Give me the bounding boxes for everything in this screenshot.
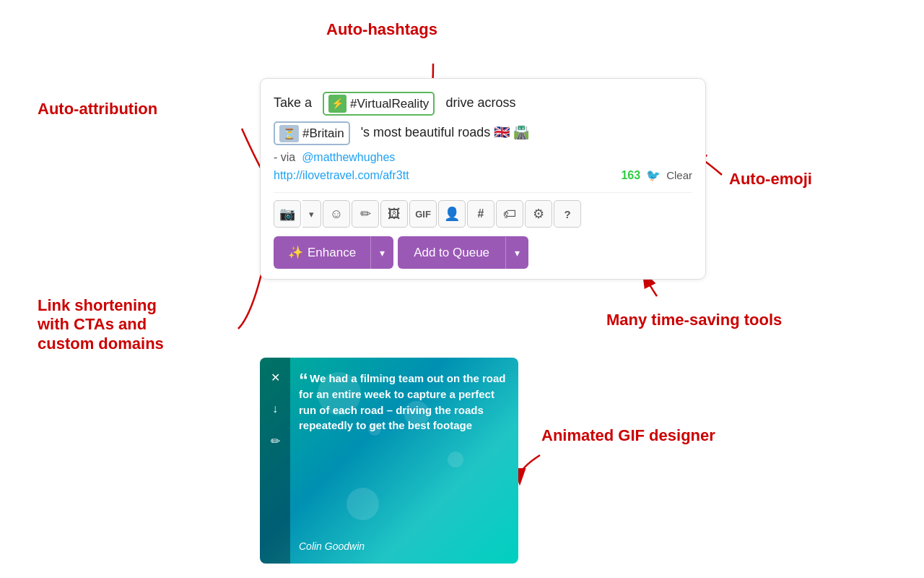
hashtag-badge-vr[interactable]: ⚡ #VirtualReality — [323, 92, 435, 116]
toolbar: 📷 ▾ ☺ ✏ 🖼 GIF 👤 # 🏷 ⚙ ? — [274, 192, 692, 228]
tag-button[interactable]: 🏷 — [496, 200, 523, 228]
gif-close-button[interactable]: ✕ — [264, 366, 286, 388]
hourglass-icon: ⏳ — [279, 125, 299, 142]
hash-button[interactable]: # — [467, 200, 494, 228]
char-count: 163 — [621, 169, 640, 182]
action-row: ✨ Enhance ▾ Add to Queue ▾ — [274, 236, 692, 269]
gif-button[interactable]: GIF — [409, 200, 437, 228]
gif-download-button[interactable]: ↓ — [264, 398, 286, 420]
add-to-queue-button[interactable]: Add to Queue ▾ — [398, 236, 528, 269]
short-url[interactable]: http://ilovetravel.com/afr3tt — [274, 169, 409, 182]
camera-button[interactable]: 📷 — [274, 200, 301, 228]
auto-emoji-label: Auto-emoji — [729, 170, 812, 189]
composer-text-line2: ⏳ #Britain 's most beautiful roads 🇬🇧 🛣️ — [274, 121, 692, 145]
hashtag-badge-britain[interactable]: ⏳ #Britain — [274, 121, 350, 145]
via-text: - via — [274, 151, 295, 163]
dropdown-button[interactable]: ▾ — [302, 200, 321, 228]
queue-main-label: Add to Queue — [398, 237, 506, 269]
url-row: http://ilovetravel.com/afr3tt 163 🐦 Clea… — [274, 168, 692, 182]
enhance-main: ✨ Enhance — [274, 236, 371, 269]
attribution-link[interactable]: @matthewhughes — [302, 151, 395, 163]
composer-card: Take a ⚡ #VirtualReality drive across ⏳ … — [260, 78, 706, 280]
text-after: 's most beautiful roads 🇬🇧 🛣️ — [361, 126, 530, 140]
auto-attribution-label: Auto-attribution — [38, 100, 157, 118]
enhance-pencil-button[interactable]: ✏ — [352, 200, 379, 228]
hashtag-vr-text: #VirtualReality — [350, 94, 429, 113]
help-button[interactable]: ? — [554, 200, 581, 228]
settings-button[interactable]: ⚙ — [525, 200, 552, 228]
many-tools-label: Many time-saving tools — [606, 311, 782, 329]
via-line: - via @matthewhughes — [274, 151, 692, 164]
enhance-button[interactable]: ✨ Enhance ▾ — [274, 236, 393, 269]
gif-preview-card: ✕ ↓ ✏ We had a filming team out on the r… — [260, 358, 518, 564]
text-middle: drive across — [445, 95, 515, 110]
clear-button[interactable]: Clear — [666, 169, 692, 181]
enhance-icon: ✨ — [288, 245, 303, 260]
link-shortening-label: Link shorteningwith CTAs andcustom domai… — [38, 296, 164, 353]
gif-author-text: Colin Goodwin — [299, 540, 507, 552]
url-row-right: 163 🐦 Clear — [621, 168, 692, 182]
text-before: Take a — [274, 95, 312, 110]
lightning-icon: ⚡ — [328, 95, 346, 112]
twitter-icon: 🐦 — [646, 168, 661, 182]
image-button[interactable]: 🖼 — [380, 200, 408, 228]
emoji-button[interactable]: ☺ — [323, 200, 350, 228]
enhance-label: Enhance — [308, 246, 356, 260]
composer-text-line1: Take a ⚡ #VirtualReality drive across — [274, 92, 692, 116]
animated-gif-label: Animated GIF designer — [541, 426, 715, 445]
gif-sidebar: ✕ ↓ ✏ — [260, 358, 290, 564]
enhance-dropdown-arrow: ▾ — [371, 238, 393, 267]
person-button[interactable]: 👤 — [438, 200, 466, 228]
queue-dropdown-arrow: ▾ — [506, 238, 528, 267]
gif-edit-button[interactable]: ✏ — [264, 430, 286, 452]
hashtag-britain-text: #Britain — [302, 124, 344, 143]
auto-hashtags-label: Auto-hashtags — [326, 20, 437, 39]
